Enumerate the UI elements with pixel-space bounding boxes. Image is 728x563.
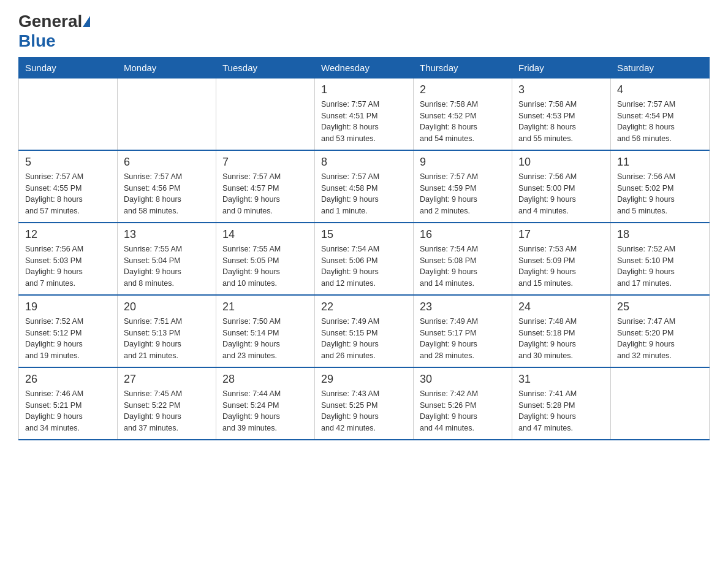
day-number: 31 [518, 373, 604, 386]
calendar-day-cell: 28Sunrise: 7:44 AMSunset: 5:24 PMDayligh… [216, 367, 315, 440]
day-number: 22 [321, 301, 407, 313]
day-info: Sunrise: 7:57 AMSunset: 4:54 PMDaylight:… [617, 99, 703, 145]
day-number: 13 [124, 228, 210, 241]
day-info: Sunrise: 7:57 AMSunset: 4:59 PMDaylight:… [420, 171, 506, 217]
day-number: 19 [25, 301, 111, 313]
day-info: Sunrise: 7:58 AMSunset: 4:53 PMDaylight:… [518, 99, 604, 145]
day-number: 8 [321, 156, 407, 169]
day-info: Sunrise: 7:49 AMSunset: 5:15 PMDaylight:… [321, 316, 407, 362]
empty-cell [19, 78, 118, 150]
day-number: 21 [222, 301, 308, 313]
day-info: Sunrise: 7:54 AMSunset: 5:08 PMDaylight:… [420, 243, 506, 289]
day-number: 23 [420, 301, 506, 313]
calendar-day-cell: 25Sunrise: 7:47 AMSunset: 5:20 PMDayligh… [611, 295, 710, 367]
calendar-day-cell: 29Sunrise: 7:43 AMSunset: 5:25 PMDayligh… [315, 367, 414, 440]
day-info: Sunrise: 7:57 AMSunset: 4:56 PMDaylight:… [124, 171, 210, 217]
day-number: 14 [222, 228, 308, 241]
day-info: Sunrise: 7:55 AMSunset: 5:05 PMDaylight:… [222, 243, 308, 289]
calendar-week-row: 1Sunrise: 7:57 AMSunset: 4:51 PMDaylight… [19, 78, 710, 150]
day-info: Sunrise: 7:57 AMSunset: 4:55 PMDaylight:… [25, 171, 111, 217]
day-number: 7 [222, 156, 308, 169]
calendar-table: SundayMondayTuesdayWednesdayThursdayFrid… [18, 57, 710, 440]
calendar-day-cell: 30Sunrise: 7:42 AMSunset: 5:26 PMDayligh… [414, 367, 512, 440]
calendar-day-cell: 18Sunrise: 7:52 AMSunset: 5:10 PMDayligh… [611, 223, 710, 295]
calendar-day-cell: 3Sunrise: 7:58 AMSunset: 4:53 PMDaylight… [512, 78, 611, 150]
day-number: 9 [420, 156, 506, 169]
day-info: Sunrise: 7:56 AMSunset: 5:02 PMDaylight:… [617, 171, 703, 217]
logo-text1: General [18, 12, 82, 31]
day-number: 4 [617, 83, 703, 96]
day-info: Sunrise: 7:57 AMSunset: 4:51 PMDaylight:… [321, 99, 407, 145]
day-number: 20 [124, 301, 210, 313]
calendar-header-row: SundayMondayTuesdayWednesdayThursdayFrid… [19, 57, 710, 78]
calendar-day-cell: 27Sunrise: 7:45 AMSunset: 5:22 PMDayligh… [118, 367, 216, 440]
calendar-day-cell: 1Sunrise: 7:57 AMSunset: 4:51 PMDaylight… [315, 78, 414, 150]
calendar-day-cell: 5Sunrise: 7:57 AMSunset: 4:55 PMDaylight… [19, 150, 118, 223]
day-number: 17 [518, 228, 604, 241]
calendar-day-cell: 7Sunrise: 7:57 AMSunset: 4:57 PMDaylight… [216, 150, 315, 223]
calendar-day-cell: 17Sunrise: 7:53 AMSunset: 5:09 PMDayligh… [512, 223, 611, 295]
day-info: Sunrise: 7:41 AMSunset: 5:28 PMDaylight:… [518, 388, 604, 434]
day-number: 27 [124, 373, 210, 386]
column-header-tuesday: Tuesday [216, 57, 315, 78]
day-info: Sunrise: 7:45 AMSunset: 5:22 PMDaylight:… [124, 388, 210, 434]
calendar-day-cell: 20Sunrise: 7:51 AMSunset: 5:13 PMDayligh… [118, 295, 216, 367]
calendar-day-cell: 16Sunrise: 7:54 AMSunset: 5:08 PMDayligh… [414, 223, 512, 295]
calendar-day-cell: 26Sunrise: 7:46 AMSunset: 5:21 PMDayligh… [19, 367, 118, 440]
day-info: Sunrise: 7:52 AMSunset: 5:12 PMDaylight:… [25, 316, 111, 362]
day-number: 25 [617, 301, 703, 313]
day-info: Sunrise: 7:42 AMSunset: 5:26 PMDaylight:… [420, 388, 506, 434]
day-number: 29 [321, 373, 407, 386]
logo-blue-text: Blue [18, 31, 56, 50]
day-number: 16 [420, 228, 506, 241]
day-number: 12 [25, 228, 111, 241]
day-info: Sunrise: 7:44 AMSunset: 5:24 PMDaylight:… [222, 388, 308, 434]
day-info: Sunrise: 7:49 AMSunset: 5:17 PMDaylight:… [420, 316, 506, 362]
day-info: Sunrise: 7:47 AMSunset: 5:20 PMDaylight:… [617, 316, 703, 362]
calendar-week-row: 12Sunrise: 7:56 AMSunset: 5:03 PMDayligh… [19, 223, 710, 295]
column-header-thursday: Thursday [414, 57, 512, 78]
day-info: Sunrise: 7:57 AMSunset: 4:57 PMDaylight:… [222, 171, 308, 217]
calendar-day-cell: 13Sunrise: 7:55 AMSunset: 5:04 PMDayligh… [118, 223, 216, 295]
calendar-week-row: 19Sunrise: 7:52 AMSunset: 5:12 PMDayligh… [19, 295, 710, 367]
calendar-day-cell: 31Sunrise: 7:41 AMSunset: 5:28 PMDayligh… [512, 367, 611, 440]
calendar-day-cell: 11Sunrise: 7:56 AMSunset: 5:02 PMDayligh… [611, 150, 710, 223]
calendar-day-cell: 10Sunrise: 7:56 AMSunset: 5:00 PMDayligh… [512, 150, 611, 223]
calendar-day-cell: 23Sunrise: 7:49 AMSunset: 5:17 PMDayligh… [414, 295, 512, 367]
day-number: 26 [25, 373, 111, 386]
day-info: Sunrise: 7:57 AMSunset: 4:58 PMDaylight:… [321, 171, 407, 217]
calendar-day-cell: 6Sunrise: 7:57 AMSunset: 4:56 PMDaylight… [118, 150, 216, 223]
column-header-monday: Monday [118, 57, 216, 78]
day-number: 11 [617, 156, 703, 169]
calendar-day-cell: 15Sunrise: 7:54 AMSunset: 5:06 PMDayligh… [315, 223, 414, 295]
day-number: 6 [124, 156, 210, 169]
day-info: Sunrise: 7:48 AMSunset: 5:18 PMDaylight:… [518, 316, 604, 362]
calendar-week-row: 5Sunrise: 7:57 AMSunset: 4:55 PMDaylight… [19, 150, 710, 223]
calendar-day-cell: 22Sunrise: 7:49 AMSunset: 5:15 PMDayligh… [315, 295, 414, 367]
calendar-day-cell: 21Sunrise: 7:50 AMSunset: 5:14 PMDayligh… [216, 295, 315, 367]
calendar-day-cell: 14Sunrise: 7:55 AMSunset: 5:05 PMDayligh… [216, 223, 315, 295]
empty-cell [216, 78, 315, 150]
page-header: General Blue [18, 12, 710, 51]
day-number: 15 [321, 228, 407, 241]
empty-cell [118, 78, 216, 150]
day-info: Sunrise: 7:51 AMSunset: 5:13 PMDaylight:… [124, 316, 210, 362]
day-number: 24 [518, 301, 604, 313]
day-number: 10 [518, 156, 604, 169]
day-info: Sunrise: 7:54 AMSunset: 5:06 PMDaylight:… [321, 243, 407, 289]
day-number: 30 [420, 373, 506, 386]
column-header-friday: Friday [512, 57, 611, 78]
day-info: Sunrise: 7:56 AMSunset: 5:00 PMDaylight:… [518, 171, 604, 217]
day-number: 2 [420, 83, 506, 96]
calendar-day-cell: 24Sunrise: 7:48 AMSunset: 5:18 PMDayligh… [512, 295, 611, 367]
day-info: Sunrise: 7:43 AMSunset: 5:25 PMDaylight:… [321, 388, 407, 434]
calendar-day-cell: 12Sunrise: 7:56 AMSunset: 5:03 PMDayligh… [19, 223, 118, 295]
day-info: Sunrise: 7:46 AMSunset: 5:21 PMDaylight:… [25, 388, 111, 434]
day-info: Sunrise: 7:53 AMSunset: 5:09 PMDaylight:… [518, 243, 604, 289]
column-header-saturday: Saturday [611, 57, 710, 78]
logo: General Blue [18, 12, 91, 51]
day-info: Sunrise: 7:55 AMSunset: 5:04 PMDaylight:… [124, 243, 210, 289]
calendar-day-cell: 8Sunrise: 7:57 AMSunset: 4:58 PMDaylight… [315, 150, 414, 223]
calendar-day-cell: 19Sunrise: 7:52 AMSunset: 5:12 PMDayligh… [19, 295, 118, 367]
calendar-week-row: 26Sunrise: 7:46 AMSunset: 5:21 PMDayligh… [19, 367, 710, 440]
